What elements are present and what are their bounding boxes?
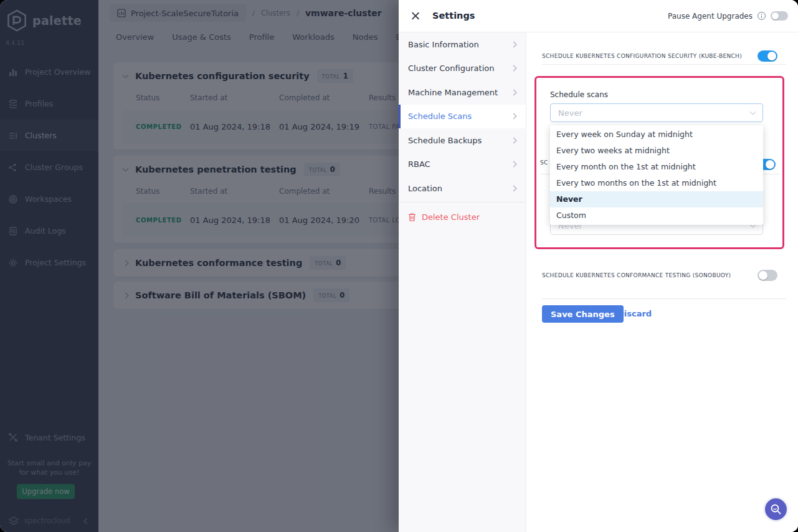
search-fab-button[interactable]: [763, 496, 789, 522]
toggle-knob: [767, 52, 776, 60]
menu-divider: [399, 202, 526, 202]
discard-button[interactable]: Discard: [617, 309, 652, 318]
search-icon: [770, 503, 782, 515]
chevron-right-icon: [511, 185, 517, 191]
trash-icon: [408, 212, 416, 222]
settings-menu: Basic Information Cluster Configuration …: [399, 32, 526, 532]
kube-hunter-section-label: SC: [540, 159, 550, 166]
highlight-annotation-box: Schedule scans Never SC Never Every week…: [534, 76, 784, 249]
toggle-knob: [759, 271, 767, 280]
kube-bench-section-label: SCHEDULE KUBERNETES CONFIGURATION SECURI…: [542, 53, 748, 59]
menu-item-rbac[interactable]: RBAC: [399, 153, 526, 177]
pause-agent-upgrades-label: Pause Agent Upgrades: [668, 12, 753, 21]
chevron-right-icon: [511, 161, 517, 168]
pause-agent-upgrades-control: Pause Agent Upgrades: [668, 11, 788, 21]
menu-item-cluster-configuration[interactable]: Cluster Configuration: [399, 57, 526, 81]
info-icon[interactable]: [758, 12, 766, 20]
menu-item-schedule-backups[interactable]: Schedule Backups: [399, 128, 526, 153]
menu-item-machine-management[interactable]: Machine Management: [399, 80, 526, 105]
dropdown-option[interactable]: Custom: [550, 207, 763, 224]
divider: [542, 298, 786, 299]
chevron-right-icon: [511, 113, 517, 120]
pause-agent-upgrades-toggle[interactable]: [771, 11, 788, 21]
dropdown-option[interactable]: Every two months on the 1st at midnight: [550, 175, 763, 191]
toggle-knob: [772, 12, 779, 19]
kube-bench-toggle[interactable]: [758, 50, 777, 62]
dropdown-option[interactable]: Every week on Sunday at midnight: [550, 126, 763, 143]
divider: [542, 64, 786, 65]
menu-item-schedule-scans[interactable]: Schedule Scans: [399, 105, 526, 129]
dropdown-option[interactable]: Every month on the 1st at midnight: [550, 159, 763, 175]
dropdown-option[interactable]: Every two weeks at midnight: [550, 143, 763, 159]
kube-bench-schedule-select[interactable]: Never: [550, 103, 763, 122]
menu-item-location[interactable]: Location: [399, 176, 526, 201]
chevron-right-icon: [511, 65, 517, 72]
schedule-scans-dropdown: Every week on Sunday at midnight Every t…: [550, 125, 763, 225]
chevron-right-icon: [511, 137, 517, 143]
app-window: palette 4.4.11 Project Overview Profiles…: [0, 0, 798, 532]
settings-panel-header: Settings Pause Agent Upgrades: [399, 0, 798, 32]
save-changes-button[interactable]: Save Changes: [542, 305, 624, 323]
dropdown-option-selected[interactable]: Never: [550, 191, 763, 207]
chevron-down-icon: [750, 109, 756, 115]
modal-dim-overlay: [0, 0, 399, 532]
menu-item-basic-information[interactable]: Basic Information: [399, 32, 526, 57]
settings-panel: Settings Pause Agent Upgrades Basic Info…: [399, 0, 798, 532]
close-icon[interactable]: [411, 11, 420, 21]
schedule-scans-form: SCHEDULE KUBERNETES CONFIGURATION SECURI…: [526, 32, 798, 532]
schedule-scans-label: Schedule scans: [550, 90, 608, 99]
sonobuoy-section-label: SCHEDULE KUBERNETES CONFORMANCE TESTING …: [542, 272, 748, 278]
sonobuoy-toggle[interactable]: [758, 270, 777, 281]
settings-title: Settings: [432, 11, 475, 21]
toggle-knob: [766, 160, 774, 169]
chevron-right-icon: [511, 41, 517, 47]
delete-cluster-button[interactable]: Delete Cluster: [399, 206, 526, 229]
chevron-right-icon: [511, 89, 517, 95]
